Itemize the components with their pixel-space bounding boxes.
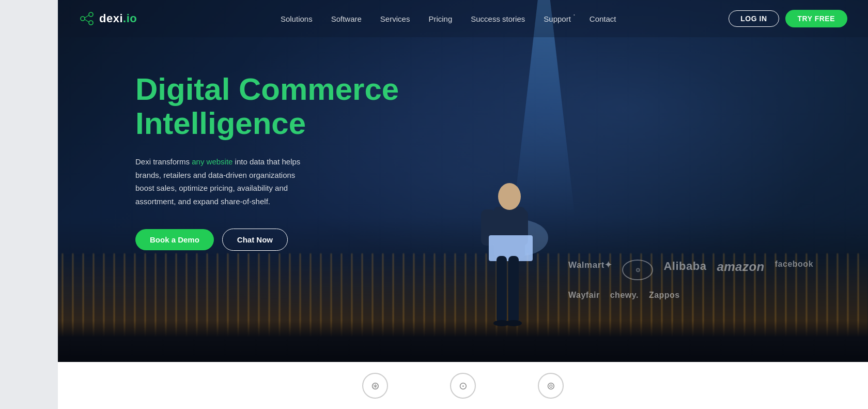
sidebar-strip: [0, 0, 58, 409]
bottom-icon-1: ⊛: [362, 373, 388, 399]
nav-support[interactable]: Support: [544, 14, 571, 23]
bottom-icon-3: ⊚: [538, 373, 564, 399]
chat-now-button[interactable]: Chat Now: [222, 229, 288, 251]
bottom-icon-2: ⊙: [450, 373, 476, 399]
nav-software[interactable]: Software: [331, 14, 362, 23]
book-demo-button[interactable]: Book a Demo: [135, 229, 214, 250]
nav-contact[interactable]: Contact: [590, 14, 616, 23]
navbar: dexi.io Solutions Software Services Pric…: [58, 0, 868, 37]
brand-walmart: Walmart✦: [568, 260, 612, 280]
icon-shape-1: ⊛: [362, 373, 388, 399]
nav-solutions[interactable]: Solutions: [281, 14, 313, 23]
svg-point-4: [498, 183, 521, 210]
icon-shape-3: ⊚: [538, 373, 564, 399]
brand-logos: Walmart✦ ⊙ Alibaba amazon facebook Wayfa…: [568, 260, 827, 300]
nav-pricing[interactable]: Pricing: [428, 14, 452, 23]
logo-link[interactable]: dexi.io: [79, 10, 137, 27]
brand-alibaba: Alibaba: [663, 260, 706, 280]
svg-point-9: [505, 320, 522, 326]
login-button[interactable]: LOG IN: [729, 10, 779, 27]
main-content: dexi.io Solutions Software Services Pric…: [58, 0, 868, 409]
svg-point-12: [89, 21, 93, 25]
hero-content: Digital Commerce Intelligence Dexi trans…: [135, 72, 399, 251]
svg-rect-6: [497, 256, 507, 323]
svg-line-14: [85, 20, 89, 22]
icon-shape-2: ⊙: [450, 373, 476, 399]
brand-target: ⊙: [622, 260, 653, 280]
bottom-section: ⊛ ⊙ ⊚: [58, 362, 868, 409]
try-free-button[interactable]: TRY FREE: [785, 10, 847, 27]
hero-buttons: Book a Demo Chat Now: [135, 229, 399, 251]
svg-point-11: [89, 12, 93, 17]
logo-text: dexi.io: [99, 12, 137, 25]
brand-facebook: facebook: [775, 260, 813, 280]
svg-point-10: [81, 17, 85, 21]
hero-title: Digital Commerce Intelligence: [135, 72, 399, 141]
brand-zappos: Zappos: [649, 291, 680, 300]
dexi-logo-icon: [79, 10, 95, 27]
brand-wayfair: Wayfair: [568, 291, 600, 300]
hero-section: dexi.io Solutions Software Services Pric…: [58, 0, 868, 362]
nav-success-stories[interactable]: Success stories: [471, 14, 525, 23]
svg-line-13: [85, 16, 89, 18]
nav-services[interactable]: Services: [380, 14, 410, 23]
brand-amazon: amazon: [717, 260, 764, 280]
nav-links: Solutions Software Services Pricing Succ…: [168, 14, 729, 23]
hero-description: Dexi transforms any website into data th…: [135, 155, 311, 208]
brand-chewy: chewy.: [610, 291, 639, 300]
svg-rect-7: [508, 256, 519, 323]
nav-actions: LOG IN TRY FREE: [729, 10, 847, 27]
person-figure: [453, 124, 556, 331]
